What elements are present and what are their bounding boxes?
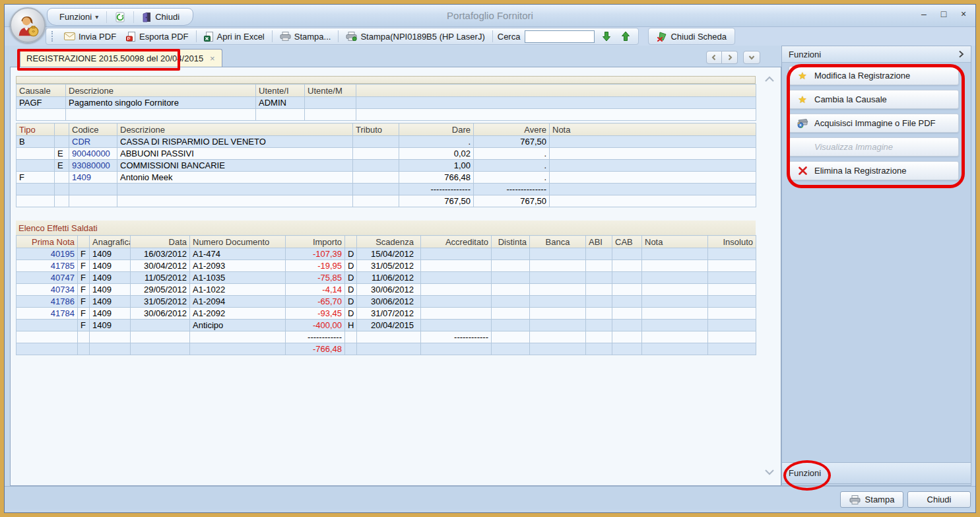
close-button[interactable]: × (958, 9, 969, 19)
minimize-button[interactable]: – (919, 9, 929, 19)
table-row[interactable]: 41784F140930/06/2012A1-2092-93,45D31/07/… (16, 308, 756, 320)
table-row[interactable]: F1409Antonio Meek766,48. (16, 172, 756, 184)
table-cell (530, 272, 586, 284)
column-header[interactable]: Nota (642, 236, 708, 248)
elimina-registrazione-button[interactable]: Elimina la Registrazione (789, 161, 959, 180)
column-header[interactable]: Scadenza (357, 236, 421, 248)
scroll-down-button[interactable] (764, 468, 775, 476)
column-header[interactable]: Distinta (492, 236, 530, 248)
column-header[interactable]: Tipo (16, 123, 55, 136)
table-cell (642, 308, 708, 320)
scroll-up-button[interactable] (764, 75, 775, 83)
stampa-diretta-button[interactable]: Stampa(NPI0189B5 (HP LaserJ) (343, 30, 487, 43)
table-row[interactable]: E90040000ABBUONI PASSIVI0,02. (16, 148, 756, 160)
stampa-dialog-button[interactable]: Stampa... (277, 30, 334, 43)
table-row[interactable]: 40734F140929/05/2012A1-1022-4,14D30/06/2… (16, 284, 756, 296)
column-header[interactable]: Numero Documento (190, 236, 286, 248)
stampa-button[interactable]: Stampa (840, 491, 903, 508)
column-header[interactable]: Banca (530, 236, 586, 248)
invia-pdf-button[interactable]: Invia PDF (61, 30, 119, 43)
column-header[interactable]: Causale (16, 85, 66, 97)
column-header[interactable]: Descrizione (117, 123, 353, 136)
tab-scroll-left-button[interactable] (706, 51, 722, 64)
table-cell (708, 272, 756, 284)
funzioni-menu[interactable]: Funzioni ▾ (57, 11, 101, 23)
table-row[interactable]: E93080000COMMISSIONI BANCARIE1,00. (16, 160, 756, 172)
table-row[interactable]: 40195F140916/03/2012A1-474-107,39D15/04/… (16, 248, 756, 260)
table-row[interactable]: 41786F140931/05/2012A1-2094-65,70D30/06/… (16, 296, 756, 308)
table-row[interactable]: F1409Anticipo-400,00H20/04/2015 (16, 320, 756, 331)
table-cell (612, 343, 642, 355)
table-cell: H (345, 320, 357, 331)
column-header[interactable]: CAB (612, 236, 642, 248)
tab-registrazione[interactable]: REGISTRAZIONE 2015.50098 del 20/04/2015 … (20, 49, 222, 67)
table-row[interactable] (16, 109, 756, 121)
column-header[interactable]: Codice (69, 123, 117, 136)
table-cell (492, 248, 530, 260)
table-row[interactable]: PAGFPagamento singolo FornitoreADMIN (16, 97, 756, 109)
table-row[interactable]: ---------------------------- (16, 184, 756, 195)
esporta-pdf-button[interactable]: Esporta PDF (123, 30, 191, 43)
chiudi-button[interactable]: Chiudi (907, 491, 971, 508)
table-cell: 20/04/2015 (357, 320, 421, 331)
search-input[interactable] (525, 30, 595, 43)
column-header[interactable]: Utente/I (256, 85, 305, 97)
search-prev-button[interactable] (618, 30, 633, 43)
table-cell (16, 195, 55, 207)
modifica-registrazione-button[interactable]: ★ Modifica la Registrazione (789, 66, 959, 85)
chevron-right-icon (958, 50, 964, 58)
table-row[interactable]: 41785F140930/04/2012A1-2093-19,95D31/05/… (16, 260, 756, 272)
acquisisci-immagine-button[interactable]: Acquisisci Immagine o File PDF (789, 114, 959, 133)
column-header[interactable] (345, 236, 357, 248)
column-header[interactable]: Anagrafica (90, 236, 131, 248)
table-cell (16, 160, 55, 172)
table-row[interactable]: -766,48 (16, 343, 756, 355)
column-header[interactable]: Importo (286, 236, 345, 248)
column-header[interactable]: Data (131, 236, 190, 248)
table-row[interactable]: 767,50767,50 (16, 195, 756, 207)
refresh-button[interactable] (112, 11, 128, 24)
column-header[interactable]: Accreditato (421, 236, 492, 248)
column-header[interactable]: Dare (399, 123, 474, 136)
table-cell (708, 308, 756, 320)
column-header[interactable]: Tributo (353, 123, 399, 136)
table-row[interactable]: BCDRCASSA DI RISPARMIO DEL VENETO.767,50 (16, 136, 756, 148)
column-header[interactable] (356, 85, 756, 97)
search-next-button[interactable] (599, 30, 614, 43)
table-row[interactable]: 40747F140911/05/2012A1-1035-75,85D11/06/… (16, 272, 756, 284)
column-header[interactable]: Nota (550, 123, 756, 136)
column-header[interactable]: ABI (586, 236, 612, 248)
table-cell: 31/05/2012 (131, 296, 190, 308)
chiudi-scheda-button[interactable]: Chiudi Scheda (654, 30, 729, 43)
chiudi-menu-button[interactable]: Chiudi (139, 11, 182, 24)
table-cell (353, 184, 399, 195)
grid-top-band (16, 76, 756, 84)
funzioni-panel-header[interactable]: Funzioni (782, 46, 971, 63)
maximize-button[interactable]: □ (938, 9, 949, 19)
tab-close-icon[interactable]: × (210, 53, 215, 63)
toolbar-separator (196, 30, 197, 42)
cambia-causale-button[interactable]: ★ Cambia la Causale (789, 90, 959, 109)
table-cell: F (78, 296, 90, 308)
column-header[interactable] (78, 236, 90, 248)
table-cell: ------------ (286, 331, 345, 343)
column-header[interactable]: Insoluto (708, 236, 756, 248)
toolbar-grip[interactable] (51, 31, 54, 42)
table-row[interactable]: ------------------------ (16, 331, 756, 343)
column-header[interactable]: Prima Nota (16, 236, 78, 248)
table-cell: . (474, 172, 550, 184)
funzioni-footer-bar[interactable]: Funzioni (782, 462, 971, 484)
column-header[interactable]: Avere (474, 123, 550, 136)
apri-excel-button[interactable]: Apri in Excel (201, 30, 267, 43)
table-cell (530, 331, 586, 343)
table-cell (708, 260, 756, 272)
tab-scroll-right-button[interactable] (722, 51, 738, 64)
app-menu-orb[interactable] (10, 7, 46, 43)
table-cell: -19,95 (286, 260, 345, 272)
table-cell: PAGF (16, 97, 66, 109)
column-header[interactable]: Descrizione (66, 85, 256, 97)
tab-list-button[interactable] (743, 51, 760, 64)
column-header[interactable] (55, 123, 69, 136)
column-header[interactable]: Utente/M (305, 85, 356, 97)
table-cell: 29/05/2012 (131, 284, 190, 296)
